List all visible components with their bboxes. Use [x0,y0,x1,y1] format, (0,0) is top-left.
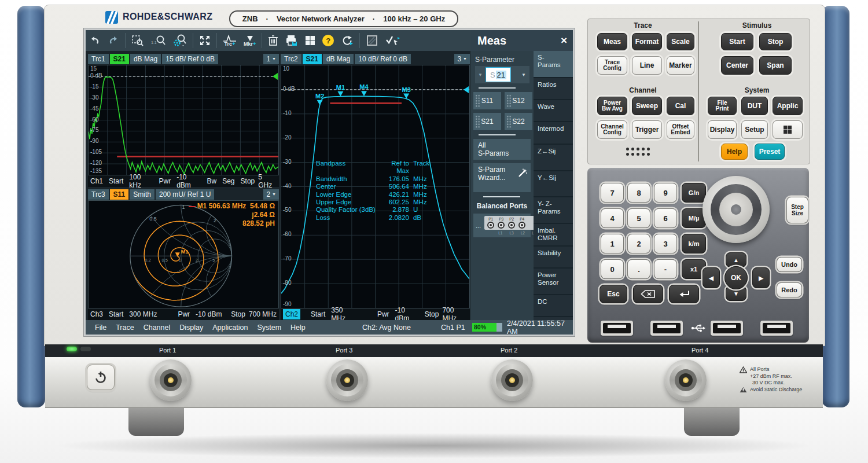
sweep-hardkey[interactable]: Sweep [632,97,662,115]
key-9[interactable]: 9 [654,183,677,203]
trace-marker[interactable] [337,91,343,97]
dut-hardkey[interactable]: DUT [741,97,768,115]
trace3-scale[interactable]: 200 mU/ Ref 1 U [156,189,214,200]
enter-key[interactable] [669,285,699,303]
menu-help[interactable]: Help [290,324,306,332]
windows-icon[interactable] [305,32,315,49]
menu-system[interactable]: System [257,324,281,332]
tab-s-params[interactable]: S- Params [534,51,573,77]
s22-button[interactable]: S22 [505,113,532,130]
s11-button[interactable]: S11 [473,92,501,109]
line-hardkey[interactable]: Line [632,56,662,75]
tab-power-sensor[interactable]: Power Sensor [534,269,573,294]
rotary-knob[interactable] [703,176,770,243]
combo-value[interactable]: 21 [496,71,506,79]
trace3-format[interactable]: Smith [130,189,155,200]
touchscreen[interactable]: 1:1 Trc+ Mkr+ ? Meas × Trc1 S21 [86,30,573,335]
ok-key[interactable]: OK [724,266,748,289]
zoom-select-icon[interactable] [131,32,144,49]
key-decimal[interactable]: . [627,259,650,279]
ch1-pwr-value[interactable]: -10 dBm [176,173,201,189]
scale-hardkey[interactable]: Scale [667,33,694,50]
trigger-hardkey[interactable]: Trigger [632,120,662,139]
step-size-key[interactable]: Step Size [786,197,808,223]
key-6[interactable]: 6 [654,208,677,228]
display-hardkey[interactable]: Display [708,120,737,139]
power-button[interactable] [87,365,115,390]
trace2-parameter[interactable]: S21 [303,54,322,64]
undo-key[interactable]: Undo [777,257,802,272]
help-hardkey[interactable]: Help [721,144,748,160]
channel-config-hardkey[interactable]: Channel Config [597,120,627,139]
tab-imbal-cmrr[interactable]: Imbal. CMRR [534,224,573,245]
ch3-pwr-value[interactable]: -10 dBm [196,310,222,318]
trace2-name[interactable]: Trc2 [281,54,301,64]
arrow-right-key[interactable]: ▶ [752,267,770,288]
key-3[interactable]: 3 [654,234,677,253]
trace-marker[interactable] [361,91,367,96]
smith-marker[interactable] [175,252,180,257]
tab-dc[interactable]: DC [534,295,573,316]
tab-stability[interactable]: Stability [534,247,573,267]
center-hardkey[interactable]: Center [721,56,753,75]
redo-key[interactable]: Redo [777,282,802,297]
add-trace-icon[interactable]: Trc+ [223,32,237,49]
key-1[interactable]: 1 [601,234,624,253]
trace-config-hardkey[interactable]: Trace Config [597,56,627,75]
trace1-format[interactable]: dB Mag [130,54,161,64]
key-giga-nano[interactable]: G/n [682,183,706,203]
ch2-label[interactable]: Ch2 [283,309,300,319]
help-icon[interactable]: ? [322,32,334,49]
close-icon[interactable]: × [561,34,567,47]
cal-hardkey[interactable]: Cal [667,97,694,115]
trace3-name[interactable]: Trc3 [88,189,109,200]
menu-file[interactable]: File [95,324,106,332]
window3-selector[interactable]: 3▼ [454,54,470,64]
combo-collapse-icon[interactable]: ▼ [475,72,486,78]
file-print-hardkey[interactable]: File Print [708,97,737,115]
usb-port-1[interactable] [601,321,633,336]
trace2-format[interactable]: dB Mag [323,54,354,64]
preset-hardkey[interactable]: Preset [755,144,785,160]
trace1-scale[interactable]: 15 dB/ Ref 0 dB [162,54,218,64]
meas-hardkey[interactable]: Meas [597,33,627,50]
trace1-name[interactable]: Trc1 [88,54,109,64]
combo-dropdown-icon[interactable]: ▼ [518,72,529,78]
tab-intermod[interactable]: Intermod [534,122,573,143]
setup-hardkey[interactable]: Setup [741,120,768,139]
key-8[interactable]: 8 [627,183,650,203]
arrow-left-key[interactable]: ◀ [703,267,720,288]
ch3-stop-value[interactable]: 700 MHz [249,310,277,318]
tab-y-sij[interactable]: Y←Sij [534,171,573,197]
trace2-scale[interactable]: 10 dB/ Ref 0 dB [355,54,411,64]
marker-hardkey[interactable]: Marker [667,56,694,75]
key-2[interactable]: 2 [627,234,650,253]
key-kilo-milli[interactable]: k/m [682,234,706,253]
applic-hardkey[interactable]: Applic [773,97,803,115]
usb-port-2[interactable] [650,321,683,336]
touch-mode-icon[interactable] [385,32,400,49]
arrow-up-key[interactable]: ▲ [726,252,746,267]
key-5[interactable]: 5 [627,208,650,228]
zoom-1to1-icon[interactable]: 1:1 [151,32,166,49]
zoom-config-icon[interactable] [173,32,187,49]
redo-icon[interactable] [108,32,119,49]
ch1-seg[interactable]: Seg [222,177,234,185]
undo-icon[interactable] [89,32,101,49]
plot-area-3[interactable]: 0.5120.20.5125M1 M1 506.63 MHz 54.48 Ω j… [88,200,279,308]
windows-hardkey[interactable] [773,120,803,139]
sparam-wizard-button[interactable]: S-Param Wizard... [473,163,531,192]
backspace-key[interactable] [633,285,663,303]
screenshot-icon[interactable] [366,32,378,49]
balanced-ports-button[interactable]: ... P1 P3 P2 P4 L1L3L2L4 [473,214,531,237]
key-minus[interactable]: - [654,259,677,279]
menu-application[interactable]: Application [212,324,248,332]
format-hardkey[interactable]: Format [632,33,662,50]
ch1-start-value[interactable]: 100 kHz [129,173,153,189]
ch1-stop-value[interactable]: 5 GHz [258,173,277,189]
window1-selector[interactable]: 1▼ [263,54,279,64]
s12-button[interactable]: S12 [505,92,532,109]
start-hardkey[interactable]: Start [721,33,753,50]
key-4[interactable]: 4 [601,208,624,228]
tab-wave[interactable]: Wave [534,100,573,121]
